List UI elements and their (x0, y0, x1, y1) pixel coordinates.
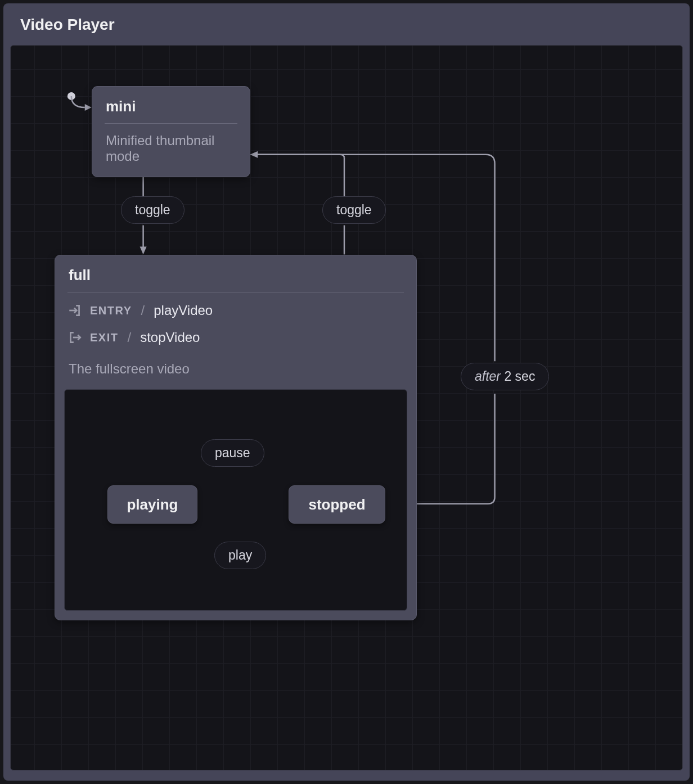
initial-marker-icon (68, 92, 92, 111)
state-mini[interactable]: mini Minified thumbnail mode (92, 86, 250, 177)
transition-label-toggle-right[interactable]: toggle (322, 196, 386, 224)
transition-label-after[interactable]: after 2 sec (461, 363, 549, 390)
state-full-description: The fullscreen video (55, 351, 416, 389)
svg-marker-4 (140, 246, 147, 254)
transition-label-text: play (228, 548, 252, 562)
exit-key: EXIT (90, 331, 118, 344)
state-full-title: full (55, 255, 416, 292)
state-stopped-title: stopped (308, 496, 365, 513)
diagram-canvas[interactable]: mini Minified thumbnail mode toggle togg… (10, 45, 683, 771)
exit-action-row: EXIT / stopVideo (68, 324, 404, 351)
state-playing[interactable]: playing (107, 485, 197, 524)
svg-point-0 (68, 92, 75, 100)
transition-label-toggle-left[interactable]: toggle (121, 196, 184, 224)
entry-icon (68, 303, 82, 318)
state-full-actions: ENTRY / playVideo EXIT / stopVideo (55, 292, 416, 351)
frame-title: Video Player (20, 16, 673, 34)
state-playing-title: playing (127, 496, 178, 513)
state-stopped[interactable]: stopped (289, 485, 385, 524)
after-keyword: after (475, 369, 501, 384)
state-mini-title: mini (92, 87, 250, 123)
svg-marker-1 (85, 104, 92, 111)
transition-label-text: pause (215, 445, 250, 460)
entry-action-name: playVideo (154, 303, 213, 318)
slash: / (140, 303, 146, 318)
transition-label-text: toggle (336, 202, 372, 217)
entry-key: ENTRY (90, 304, 132, 317)
statechart-frame: Video Player (3, 3, 690, 781)
state-mini-description: Minified thumbnail mode (92, 124, 250, 177)
exit-icon (68, 330, 82, 345)
transition-label-pause[interactable]: pause (201, 439, 264, 467)
frame-header: Video Player (3, 3, 690, 45)
exit-action-name: stopVideo (140, 330, 200, 345)
svg-marker-7 (250, 151, 258, 158)
entry-action-row: ENTRY / playVideo (68, 297, 404, 324)
after-duration: 2 sec (504, 369, 535, 384)
transition-label-text: toggle (135, 202, 170, 217)
slash: / (126, 330, 132, 345)
transition-label-play[interactable]: play (214, 542, 266, 569)
